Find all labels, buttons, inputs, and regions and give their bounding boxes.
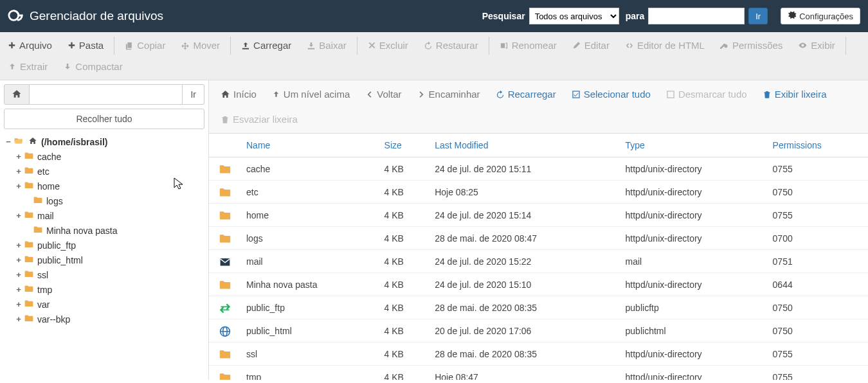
col-type[interactable]: Type [620,134,768,157]
gear-icon [788,11,797,22]
expand-icon[interactable]: + [14,299,23,309]
deselect-all-button[interactable]: Desmarcar tudo [660,84,754,104]
cell-type: httpd/unix-directory [620,366,768,380]
cell-modified: Hoje 08:25 [429,181,620,204]
expand-icon[interactable]: + [14,240,23,250]
expand-icon[interactable]: + [14,211,23,220]
path-input[interactable] [30,84,183,105]
col-perms[interactable]: Permissions [768,134,868,157]
tree-item[interactable]: +public_ftp [14,238,204,253]
tree-item-label: Minha nova pasta [46,226,118,236]
row-type-icon [209,157,241,181]
tree-root[interactable]: − (/home/isbrasil) [4,134,204,149]
cell-perms: 0750 [768,181,868,204]
new-file-button[interactable]: Arquivo [0,35,60,56]
table-row[interactable]: public_ftp4 KB28 de mai. de 2020 08:35pu… [209,296,868,319]
cell-size: 4 KB [379,204,430,227]
table-row[interactable]: tmp4 KBHoje 08:47httpd/unix-directory075… [209,366,868,380]
search-input[interactable] [648,8,745,24]
table-row[interactable]: mail4 KB24 de jul. de 2020 15:22mail0751 [209,250,868,273]
list-toolbar: Início Um nível acima Voltar Encaminhar … [209,80,868,134]
collapse-icon[interactable]: − [4,137,13,147]
tree-item[interactable]: +var--bkp [14,312,204,326]
tree-item[interactable]: +etc [14,164,204,179]
restore-button[interactable]: Restaurar [416,35,486,56]
table-row[interactable]: ssl4 KB28 de mai. de 2020 08:35httpd/uni… [209,343,868,366]
tree-item-label: logs [46,196,63,206]
view-trash-button[interactable]: Exibir lixeira [756,84,833,104]
folder-icon [32,225,44,236]
tree-item[interactable]: +var [14,297,204,312]
home-button[interactable] [4,84,30,105]
tree-item-label: cache [37,152,61,162]
new-folder-button[interactable]: Pasta [60,35,111,56]
expand-icon[interactable]: + [14,285,23,294]
tree-item-label: mail [37,211,54,221]
move-button[interactable]: Mover [173,35,228,56]
expand-icon[interactable]: + [14,255,23,265]
view-button[interactable]: Exibir [790,35,843,56]
expand-icon[interactable]: + [14,152,23,161]
row-type-icon [209,273,241,296]
extract-button[interactable]: Extrair [0,56,55,77]
table-row[interactable]: logs4 KB28 de mai. de 2020 08:47httpd/un… [209,227,868,250]
tree-item[interactable]: logs [23,193,204,208]
table-row[interactable]: etc4 KBHoje 08:25httpd/unix-directory075… [209,181,868,204]
cell-size: 4 KB [379,343,430,366]
navigate-button[interactable]: Ir [183,84,204,105]
search-go-button[interactable]: Ir [748,8,768,24]
cell-type: httpd/unix-directory [620,273,768,296]
delete-button[interactable]: Excluir [360,35,416,56]
tree-item[interactable]: +public_html [14,253,204,267]
expand-icon[interactable]: + [14,166,23,176]
tree-item[interactable]: +cache [14,149,204,164]
rename-button[interactable]: Renomear [492,35,565,56]
expand-icon[interactable]: + [14,314,23,324]
collapse-all-button[interactable]: Recolher tudo [4,109,204,129]
folder-icon [23,269,35,280]
copy-button[interactable]: Copiar [117,35,173,56]
permissions-button[interactable]: Permissões [712,35,790,56]
tree-item[interactable]: +mail [14,208,204,223]
sidebar: Ir Recolher tudo − (/home/isbrasil) +cac… [0,80,209,380]
up-level-button[interactable]: Um nível acima [266,84,356,104]
tree-item[interactable]: +tmp [14,282,204,297]
expand-icon[interactable]: + [14,181,23,191]
cell-modified: 20 de jul. de 2020 17:06 [429,319,620,343]
reload-button[interactable]: Recarregar [489,84,563,104]
folder-icon [23,166,35,177]
file-table: Name Size Last Modified Type Permissions… [209,134,868,380]
forward-button[interactable]: Encaminhar [411,84,487,104]
cell-size: 4 KB [379,319,430,343]
folder-icon [23,181,35,192]
home-link[interactable]: Início [214,84,263,104]
table-row[interactable]: Minha nova pasta4 KB24 de jul. de 2020 1… [209,273,868,296]
col-size[interactable]: Size [379,134,430,157]
table-row[interactable]: home4 KB24 de jul. de 2020 15:14httpd/un… [209,204,868,227]
search-scope-select[interactable]: Todos os arquivos [529,8,619,24]
settings-button[interactable]: Configurações [781,8,860,24]
download-button[interactable]: Baixar [299,35,354,56]
table-row[interactable]: cache4 KB24 de jul. de 2020 15:11httpd/u… [209,157,868,181]
col-modified[interactable]: Last Modified [429,134,620,157]
table-row[interactable]: public_html4 KB20 de jul. de 2020 17:06p… [209,319,868,343]
tree-item[interactable]: Minha nova pasta [23,223,204,238]
empty-trash-button[interactable]: Esvaziar lixeira [214,109,304,129]
edit-button[interactable]: Editar [565,35,617,56]
html-editor-button[interactable]: Editor de HTML [617,35,712,56]
expand-icon[interactable]: + [14,270,23,280]
search-group: Pesquisar Todos os arquivos para Ir Conf… [482,8,860,24]
select-all-button[interactable]: Selecionar tudo [565,84,657,104]
upload-button[interactable]: Carregar [233,35,299,56]
search-label: Pesquisar [482,11,525,21]
tree-item[interactable]: +home [14,179,204,193]
cell-size: 4 KB [379,366,430,380]
col-name[interactable]: Name [241,134,379,157]
file-table-wrapper[interactable]: Name Size Last Modified Type Permissions… [209,134,868,380]
cell-name: etc [241,181,379,204]
cell-type: httpd/unix-directory [620,343,768,366]
tree-item-label: ssl [37,270,48,280]
tree-item[interactable]: +ssl [14,267,204,282]
compress-button[interactable]: Compactar [55,56,130,77]
back-button[interactable]: Voltar [359,84,408,104]
